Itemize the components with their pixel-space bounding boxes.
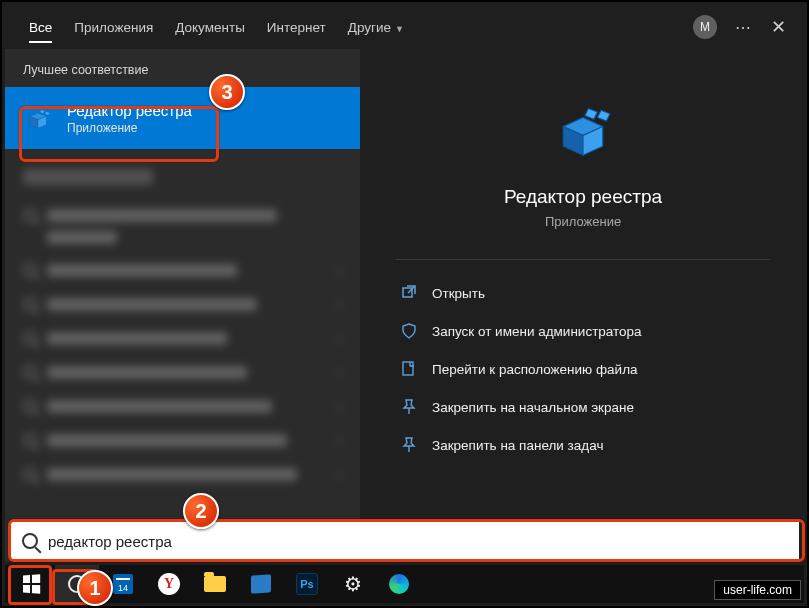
taskbar-photoshop[interactable]: Ps	[285, 565, 329, 603]
yandex-icon: Y	[158, 573, 180, 595]
windows-search-panel: Все Приложения Документы Интернет Другие…	[5, 5, 806, 562]
preview-column: Редактор реестра Приложение Открыть Запу…	[360, 49, 806, 562]
gear-icon: ⚙	[344, 572, 362, 596]
action-open[interactable]: Открыть	[396, 274, 770, 312]
preview-subtitle: Приложение	[545, 214, 621, 229]
folder-icon	[204, 576, 226, 592]
book-icon	[251, 574, 271, 593]
calendar-icon	[113, 574, 133, 594]
search-icon	[22, 533, 38, 549]
divider	[396, 259, 770, 260]
tab-apps[interactable]: Приложения	[64, 14, 163, 41]
close-icon[interactable]: ✕	[771, 16, 786, 38]
taskbar-calendar[interactable]	[101, 565, 145, 603]
tab-more[interactable]: Другие▼	[338, 14, 414, 41]
action-open-file-location[interactable]: Перейти к расположению файла	[396, 350, 770, 388]
svg-marker-8	[585, 108, 598, 119]
windows-icon	[23, 574, 40, 593]
pin-start-icon	[400, 398, 418, 416]
preview-title: Редактор реестра	[504, 186, 662, 208]
top-result-subtitle: Приложение	[67, 121, 192, 135]
taskbar-yandex[interactable]: Y	[147, 565, 191, 603]
results-column: Лучшее соответствие Редактор рее	[5, 49, 360, 562]
tab-documents[interactable]: Документы	[165, 14, 255, 41]
svg-marker-9	[597, 110, 610, 121]
open-icon	[400, 284, 418, 302]
pin-taskbar-icon	[400, 436, 418, 454]
photoshop-icon: Ps	[296, 573, 318, 595]
best-match-label: Лучшее соответствие	[5, 59, 360, 87]
tab-all[interactable]: Все	[19, 14, 62, 41]
action-pin-taskbar[interactable]: Закрепить на панели задач	[396, 426, 770, 464]
user-avatar[interactable]: M	[693, 15, 717, 39]
top-result-regedit[interactable]: Редактор реестра Приложение	[5, 87, 360, 149]
search-tabs: Все Приложения Документы Интернет Другие…	[5, 5, 806, 49]
search-icon	[68, 575, 86, 593]
edge-icon	[389, 574, 409, 594]
top-result-title: Редактор реестра	[67, 102, 192, 119]
more-options-icon[interactable]: ⋯	[735, 18, 753, 37]
blurred-results: › › › › › › ›	[5, 165, 360, 491]
search-input-box[interactable]	[10, 522, 799, 560]
watermark: user-life.com	[714, 580, 801, 600]
chevron-down-icon: ▼	[395, 24, 404, 34]
regedit-icon	[21, 101, 55, 135]
taskbar-reader[interactable]	[239, 565, 283, 603]
start-button[interactable]	[9, 565, 53, 603]
action-pin-start[interactable]: Закрепить на начальном экране	[396, 388, 770, 426]
svg-marker-3	[40, 110, 45, 114]
tab-internet[interactable]: Интернет	[257, 14, 336, 41]
search-input[interactable]	[48, 533, 787, 550]
action-run-as-admin[interactable]: Запуск от имени администратора	[396, 312, 770, 350]
taskbar-explorer[interactable]	[193, 565, 237, 603]
taskbar: Y Ps ⚙	[5, 565, 804, 603]
svg-rect-11	[403, 362, 413, 375]
folder-location-icon	[400, 360, 418, 378]
taskbar-edge[interactable]	[377, 565, 421, 603]
taskbar-search-button[interactable]	[55, 565, 99, 603]
preview-regedit-icon	[547, 94, 619, 166]
svg-marker-4	[45, 111, 50, 115]
shield-admin-icon	[400, 322, 418, 340]
taskbar-settings[interactable]: ⚙	[331, 565, 375, 603]
